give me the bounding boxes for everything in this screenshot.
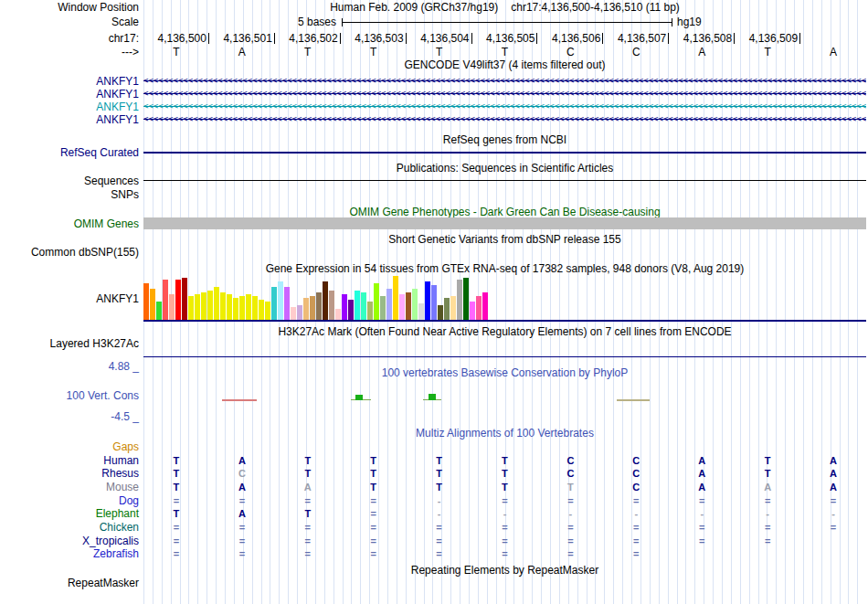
species-label[interactable]: Chicken (0, 521, 139, 535)
omim-genes-label[interactable]: OMIM Genes (0, 217, 139, 230)
gtex-bar[interactable] (233, 298, 238, 320)
gtex-bar[interactable] (150, 289, 155, 320)
gtex-bar[interactable] (310, 296, 315, 320)
gtex-bar[interactable] (348, 300, 354, 320)
refseq-gene-line[interactable] (143, 152, 866, 154)
species-label[interactable]: Gaps (0, 440, 139, 454)
gtex-bar[interactable] (393, 276, 398, 320)
gtex-bar[interactable] (291, 307, 296, 320)
gtex-bar[interactable] (412, 289, 418, 320)
sequences-label[interactable]: Sequences (0, 175, 139, 187)
omim-gene-bar[interactable] (143, 217, 866, 229)
gtex-bar[interactable] (201, 292, 206, 320)
gtex-bar[interactable] (470, 302, 475, 320)
alignment-cell: T (275, 467, 341, 481)
gtex-bar[interactable] (259, 300, 264, 320)
gtex-bar[interactable] (329, 291, 334, 320)
gtex-bar[interactable] (476, 296, 482, 320)
gtex-bar[interactable] (335, 309, 341, 320)
transcript-line[interactable]: <<<<<<<<<<<<<<<<<<<<<<<<<<<<<<<<<<<<<<<<… (143, 101, 866, 112)
gtex-bar[interactable] (214, 287, 219, 320)
gene-label[interactable]: ANKFY1 (0, 113, 139, 126)
alignment-cell: T (275, 507, 341, 521)
alignment-cell: - (669, 507, 735, 521)
sequences-line[interactable] (143, 180, 866, 181)
gtex-bar[interactable] (278, 281, 283, 320)
gtex-bar[interactable] (156, 302, 162, 320)
species-label[interactable]: Mouse (0, 481, 139, 494)
gtex-bar[interactable] (342, 294, 347, 320)
gtex-bar[interactable] (457, 280, 462, 320)
gtex-bar[interactable] (188, 296, 194, 320)
gtex-bar[interactable] (227, 294, 232, 320)
common-dbsnp-label[interactable]: Common dbSNP(155) (0, 246, 139, 259)
species-label[interactable]: Elephant (0, 507, 139, 521)
species-label[interactable]: Zebrafish (0, 547, 139, 561)
species-label[interactable]: Human (0, 454, 139, 468)
conservation-track-title: 100 vertebrates Basewise Conservation by… (143, 366, 866, 379)
alignment-cell: T (735, 454, 800, 468)
species-label[interactable]: Dog (0, 494, 139, 508)
alignment-cell: - (472, 507, 538, 521)
gtex-bar[interactable] (207, 291, 213, 320)
gtex-bar[interactable] (271, 287, 277, 320)
sequence-base: T (407, 46, 472, 58)
gtex-bar[interactable] (169, 294, 175, 320)
vert-cons-label[interactable]: 100 Vert. Cons (0, 389, 139, 402)
gtex-bar[interactable] (195, 294, 200, 320)
strand-arrow-label[interactable]: ---> (0, 46, 139, 58)
dbsnp-row: Common dbSNP(155) (0, 246, 868, 259)
assembly-name: Human Feb. 2009 (GRCh37/hg19) (330, 1, 498, 14)
gtex-bar[interactable] (284, 287, 290, 320)
gtex-bar[interactable] (482, 292, 488, 320)
gtex-bar[interactable] (425, 281, 430, 320)
gene-label[interactable]: ANKFY1 (0, 101, 139, 113)
gtex-bar[interactable] (399, 294, 405, 320)
gtex-bar[interactable] (323, 281, 328, 320)
gtex-bar[interactable] (444, 298, 450, 320)
gene-label[interactable]: ANKFY1 (0, 88, 139, 101)
gtex-bar[interactable] (246, 294, 251, 320)
gtex-bar[interactable] (418, 303, 424, 320)
gtex-bar[interactable] (431, 285, 437, 320)
gtex-bar[interactable] (303, 298, 309, 320)
alignment-cell: = (537, 494, 603, 508)
species-label[interactable]: Rhesus (0, 467, 139, 481)
gtex-bar[interactable] (406, 292, 411, 320)
gencode-track-title: GENCODE V49lift37 (4 items filtered out) (143, 58, 866, 71)
gtex-bar[interactable] (265, 302, 270, 320)
gtex-bar[interactable] (361, 292, 366, 320)
gene-label[interactable]: ANKFY1 (0, 75, 139, 88)
gtex-bar[interactable] (386, 289, 392, 320)
gtex-bar[interactable] (355, 291, 360, 320)
transcript-line[interactable]: <<<<<<<<<<<<<<<<<<<<<<<<<<<<<<<<<<<<<<<<… (143, 88, 866, 100)
gtex-bar[interactable] (438, 305, 443, 320)
gtex-bar[interactable] (182, 278, 187, 320)
repeatmasker-label[interactable]: RepeatMasker (0, 577, 139, 589)
gtex-bar[interactable] (239, 296, 245, 320)
transcript-line[interactable]: <<<<<<<<<<<<<<<<<<<<<<<<<<<<<<<<<<<<<<<<… (143, 113, 866, 125)
gtex-bar[interactable] (316, 292, 322, 320)
gtex-bar[interactable] (252, 296, 258, 320)
gtex-bar[interactable] (163, 280, 168, 320)
snps-label[interactable]: SNPs (0, 188, 139, 201)
gtex-bar[interactable] (143, 283, 149, 320)
gtex-bar[interactable] (297, 305, 302, 320)
refseq-curated-label[interactable]: RefSeq Curated (0, 146, 139, 159)
transcript-line[interactable]: <<<<<<<<<<<<<<<<<<<<<<<<<<<<<<<<<<<<<<<<… (143, 75, 866, 87)
sequence-base: T (143, 46, 209, 58)
gtex-bar[interactable] (450, 296, 456, 320)
layered-h3k27ac-label[interactable]: Layered H3K27Ac (0, 337, 139, 350)
gtex-bar[interactable] (374, 283, 379, 320)
species-label[interactable]: X_tropicalis (0, 535, 139, 548)
alignment-cell: - (537, 507, 603, 521)
alignment-cell: A (209, 507, 275, 521)
gtex-bar[interactable] (463, 278, 469, 320)
gtex-bar[interactable] (367, 302, 373, 320)
gtex-gene-label[interactable]: ANKFY1 (0, 292, 139, 305)
gtex-bar[interactable] (380, 296, 386, 320)
gtex-expression-bars[interactable] (143, 276, 491, 320)
gtex-bar[interactable] (175, 280, 181, 320)
coordinate-tick: 4,136,509 (735, 32, 800, 45)
gtex-bar[interactable] (220, 292, 226, 320)
